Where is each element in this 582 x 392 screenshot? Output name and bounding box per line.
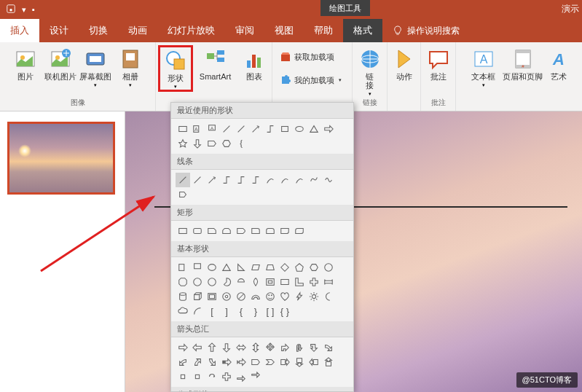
shape-lframe[interactable] [292,275,307,289]
shape-ar-callout-quad[interactable] [190,369,205,384]
link-button[interactable]: 链 接 ▾ [355,45,385,98]
shape-textbox-v[interactable]: A [205,122,219,136]
shape-ar-plus[interactable] [219,369,234,384]
shape-ar-callout-l[interactable] [307,355,321,369]
shape-smiley[interactable] [263,289,278,304]
shape-pentagon-line[interactable] [176,187,190,202]
shape-ar-uturn[interactable] [292,340,307,355]
shape-ar-callout-d[interactable] [292,355,307,369]
shape-tear[interactable] [248,275,263,289]
tab-view[interactable]: 视图 [264,19,304,42]
shape-ar-chev[interactable] [263,355,278,369]
screenshot-button[interactable]: 屏幕截图 ▾ [79,45,111,89]
shape-oval[interactable] [292,122,307,136]
shape-curve2[interactable] [278,173,292,187]
shape-elbow2[interactable] [234,173,248,187]
shape-rectangle[interactable] [176,122,190,136]
shape-rtri[interactable] [234,260,248,275]
album-button[interactable]: 相册 ▾ [114,45,146,89]
shape-curve[interactable] [263,173,278,187]
shape-dbracket[interactable]: [ ] [263,304,278,318]
shape-cloud[interactable] [176,304,190,318]
shape-arrow-d[interactable] [190,136,205,151]
shape-can[interactable] [176,289,190,304]
shape-line2[interactable] [234,122,248,136]
shape-ar-lr[interactable] [234,340,248,355]
tab-transitions[interactable]: 切换 [79,19,118,42]
tab-insert[interactable]: 插入 [0,19,39,42]
slide-thumbnail-1[interactable] [7,122,115,195]
shape-block-arc[interactable] [248,289,263,304]
shape-cross2[interactable] [307,275,321,289]
shape-hept[interactable] [321,260,336,275]
shape-frame[interactable] [263,275,278,289]
shape-line-arrow[interactable] [190,173,205,187]
shape-elbow3[interactable] [248,173,263,187]
shape-plaque[interactable] [321,275,336,289]
shape-rect-snip2[interactable] [219,224,234,238]
shape-rect-snip1[interactable] [205,224,219,238]
shape-rect-round[interactable] [190,224,205,238]
shape-hex[interactable] [307,260,321,275]
shape-ar-down-bent[interactable] [248,369,263,384]
shape-line[interactable] [219,122,234,136]
text-box-button[interactable]: A 文本框 ▾ [468,45,500,89]
shape-dec[interactable] [190,275,205,289]
shape-ar-circular[interactable] [205,369,219,384]
shape-pie[interactable] [219,275,234,289]
shape-brace-l[interactable]: { [234,136,248,151]
shape-ar-l[interactable] [190,340,205,355]
shape-ar-r[interactable] [176,340,190,355]
tab-review[interactable]: 审阅 [225,19,264,42]
shape-cube[interactable] [190,289,205,304]
shape-connector[interactable] [263,122,278,136]
action-button[interactable]: 动作 [390,45,419,82]
shape-arrow-r[interactable] [321,122,336,136]
shape-ar-callout-r[interactable] [278,355,292,369]
shape-triangle[interactable] [307,122,321,136]
smartart-button[interactable]: SmartArt [196,45,235,92]
autosave-icon[interactable] [6,4,16,15]
shape-ar-striped[interactable] [219,355,234,369]
shape-arc2[interactable] [190,304,205,318]
shape-line-double[interactable] [205,173,219,187]
shape-pent[interactable] [292,260,307,275]
shape-ar-curved-l[interactable] [176,355,190,369]
shape-donut[interactable] [219,289,234,304]
shape-brace-r[interactable]: } [248,304,263,318]
shape-trap[interactable] [263,260,278,275]
shape-star[interactable] [176,136,190,151]
dropdown-icon[interactable]: ▾ [22,5,26,15]
shape-ar-curved-r[interactable] [321,340,336,355]
tab-slideshow[interactable]: 幻灯片放映 [157,19,225,42]
shape-scribble[interactable] [321,173,336,187]
shape-rect1[interactable] [176,224,190,238]
shape-noentry[interactable] [234,289,248,304]
shape-elbow[interactable] [219,173,234,187]
shape-brace-l2[interactable]: { [234,304,248,318]
shape-half[interactable] [278,275,292,289]
shape-bracket-r[interactable]: ] [219,304,234,318]
shape-rect-round3[interactable] [278,224,292,238]
shape-para[interactable] [248,260,263,275]
tab-help[interactable]: 帮助 [304,19,343,42]
shape-tb1[interactable] [176,260,190,275]
shape-bracket-l[interactable]: [ [205,304,219,318]
shape-ar-callout-lr[interactable] [176,369,190,384]
shape-oct[interactable] [176,275,190,289]
shape-bevel[interactable] [205,289,219,304]
shape-tb2[interactable] [190,260,205,275]
shape-ar-quad[interactable] [263,340,278,355]
shape-ar-notched[interactable] [234,355,248,369]
shape-line-basic[interactable] [176,173,190,187]
chart-button[interactable]: 图表 [238,45,270,92]
shape-tri2[interactable] [219,260,234,275]
shape-rect[interactable] [278,122,292,136]
shape-sun[interactable] [307,289,321,304]
get-addins-button[interactable]: 获取加载项 [277,50,337,64]
shape-lightning[interactable] [292,289,307,304]
shape-moon[interactable] [321,289,336,304]
shape-heart[interactable] [278,289,292,304]
shape-diamond[interactable] [278,260,292,275]
shape-dbrace[interactable]: { } [278,304,292,318]
